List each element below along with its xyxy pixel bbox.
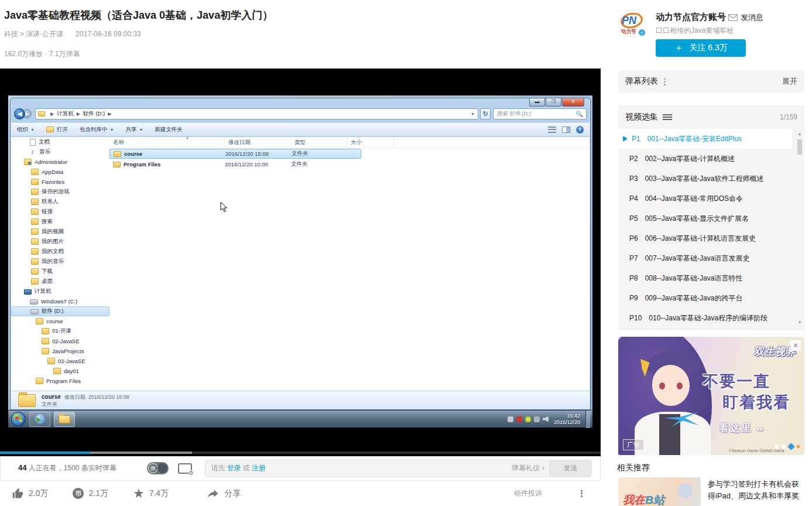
report-link[interactable]: 稿件投诉 [514,488,542,498]
episode-item[interactable]: P4004--Java零基础-常用DOS命令 [618,189,804,208]
like-button[interactable]: 2.0万 [12,487,48,500]
explorer-tree: 文档 ♪音乐 Administrator AppData Favorites 保… [11,137,109,391]
episode-item[interactable]: P2002--Java零基础-计算机概述 [618,149,804,169]
danmaku-list-panel[interactable]: 弹幕列表 展开 [618,70,804,93]
episode-item[interactable]: P5005--Java零基础-显示文件扩展名 [618,208,804,228]
more-options-icon[interactable]: ⋮ [577,488,587,499]
scrollbar-thumb [797,139,802,155]
tree-item: AppData [11,167,109,177]
tree-item: ♪音乐 [11,147,109,157]
document-icon [30,139,36,146]
taskbar: 15:42 2016/12/20 [8,410,592,428]
breadcrumb: ▶ 计算机 ▶ 软件 (D:) ▶ ▼ [35,108,478,119]
envelope-icon [728,14,738,21]
include-in-library-menu: 包含到库中▼ [74,123,119,136]
tree-item: 下载 [11,266,109,276]
share-label: 分享 [224,488,241,499]
window-controls: ▬ ❐ ✕ [529,98,584,107]
danmaku-etiquette-link[interactable]: 弹幕礼仪› [512,463,549,473]
watching-stats: 44 人正在看，1500 条实时弹幕 [18,463,117,473]
tray-icon [508,416,513,422]
send-button[interactable]: 发送 [549,460,591,477]
tray-icon [525,416,531,422]
danmaku-list-title: 弹幕列表 [625,76,658,87]
coin-icon: 币 [73,488,84,499]
coin-button[interactable]: 币 2.1万 [73,488,108,499]
explorer-toolbar: 组织▼ 打开 包含到库中▼ 共享▼ 新建文件夹 ? [11,122,590,136]
video-player[interactable]: ▬ ❐ ✕ ◀ ▶ ▶ 计算机 ▶ 软件 (D:) ▶ ▼ ↻ 搜索 软件 [0,69,601,456]
folder-icon [113,162,121,167]
danmaku-toggle[interactable]: 弹 [147,462,169,474]
tree-item: 我的音乐 [11,257,109,266]
minimize-button-icon: ▬ [529,98,545,107]
ad-cta[interactable]: 看这里 ▸▸ [720,422,764,435]
favorite-button[interactable]: ★ 7.4万 [133,488,169,500]
subcategory-link[interactable]: 演讲·公开课 [26,30,63,38]
avatar-subtext: 动力节 [621,28,636,36]
follow-button[interactable]: ＋ 关注 6.3万 [656,39,746,57]
share-menu: 共享▼ [119,123,149,136]
episode-item[interactable]: P7007--Java零基础-Java语言发展史 [618,248,804,268]
folder-icon [53,368,61,374]
related-item[interactable]: 我在B站 参与学习签到打卡有机会获得iPad、周边文具和丰厚奖 [618,477,804,506]
input-placeholder: 请先 [211,463,225,473]
action-bar: 2.0万 币 2.1万 ★ 7.4万 分享 稿件投诉 ⋮ [0,481,601,506]
folder-icon [38,111,45,117]
uploader-name[interactable]: 动力节点官方账号 [656,12,726,23]
tree-item: 桌面 [11,276,109,286]
danmaku-settings-icon[interactable] [178,463,192,474]
tree-item: 链接 [11,207,109,217]
search-icon: 🔍 [576,111,583,117]
send-message-button[interactable]: 发消息 [728,12,763,23]
expand-button[interactable]: 展开 [782,76,797,87]
register-link[interactable]: 注册 [252,463,266,473]
tree-item: JavaProjects [11,346,109,356]
column-date: 修改日期 [225,137,291,148]
view-stats: 162.0万播放 · 7.1万弹幕 [4,49,80,59]
related-item-title[interactable]: 参与学习签到打卡有机会获得iPad、周边文具和丰厚奖 [708,477,804,506]
thumbs-up-icon [12,487,24,500]
player-seekbar[interactable] [0,452,601,454]
ad-headline-line1: 不要一直 [703,371,770,392]
chevron-right-icon: ▶ [50,111,54,117]
danmaku-bar: 44 人正在看，1500 条实时弹幕 弹 请先 登录 或 注册 弹幕礼仪› 发送 [0,456,601,481]
episode-item[interactable]: P10010--Java零基础-Java程序的编译阶段 [618,308,804,328]
tray-icon [534,416,540,422]
tree-item: 文档 [11,137,109,147]
danmaku-input[interactable]: 请先 登录 或 注册 弹幕礼仪› 发送 [205,460,592,477]
back-icon: ◀ [14,108,25,119]
episode-item[interactable]: P6006--Java零基础-计算机语言发展史 [618,228,804,248]
music-icon: ♪ [29,149,36,155]
star-icon: ★ [133,488,145,500]
carousel-dots[interactable] [775,444,800,449]
column-headers: ▲ 名称 修改日期 类型 大小 [109,137,590,148]
column-size: 大小 [347,137,394,148]
login-link[interactable]: 登录 [227,463,241,473]
episodes-scrollbar[interactable]: ▲ ▼ [797,131,803,326]
related-thumbnail[interactable]: 我在B站 [618,477,701,506]
ad-banner[interactable]: 双生视界 不要一直 盯着我看 看这里 ▸▸ 广告 ✕ ©Seasun Game … [618,337,804,455]
close-icon[interactable]: ✕ [790,340,801,351]
episodes-panel: 视频选集 1/159 P1001--Java零基础-安装EditPlus P20… [618,105,804,330]
episode-item[interactable]: P3003--Java零基础-Java软件工程师概述 [618,169,804,189]
list-view-icon[interactable] [663,114,672,120]
address-bar: ◀ ▶ ▶ 计算机 ▶ 软件 (D:) ▶ ▼ ↻ 搜索 软件 (D:) 🔍 [14,107,587,120]
video-meta: 科技>演讲·公开课 2017-06-16 09:00:33 [4,29,141,39]
details-name: course [42,394,61,400]
folder-icon [46,126,54,132]
more-options-icon[interactable] [664,78,666,86]
episode-item[interactable]: P8008--Java零基础-Java语言特性 [618,268,804,288]
video-header: Java零基础教程视频（适合Java 0基础，Java初学入门） 科技>演讲·公… [0,0,601,69]
column-name: 名称 [109,137,225,148]
breadcrumb-computer: 计算机 [57,110,74,118]
favorites-folder-icon [31,179,39,185]
share-button[interactable]: 分享 [207,487,241,500]
tree-item: 搜索 [11,217,109,227]
avatar-text: PN [622,15,636,27]
episode-item[interactable]: P9009--Java零基础-Java的跨平台 [618,288,804,308]
toggle-knob [157,463,167,473]
organize-menu: 组织▼ [11,123,40,136]
category-link[interactable]: 科技 [4,30,18,38]
tree-item-selected: 软件 (D:) [11,306,109,316]
episode-item-selected[interactable]: P1001--Java零基础-安装EditPlus [618,129,792,149]
